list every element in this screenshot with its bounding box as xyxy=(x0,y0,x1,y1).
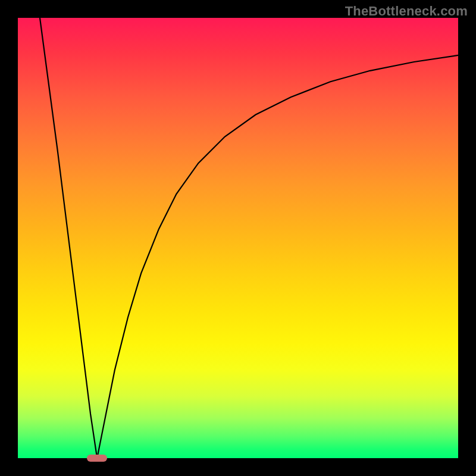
plot-area xyxy=(18,18,458,458)
curve-layer xyxy=(18,18,458,458)
left-branch-curve xyxy=(40,18,97,458)
right-branch-curve xyxy=(97,55,458,458)
watermark-text: TheBottleneck.com xyxy=(345,4,468,19)
chart-frame: TheBottleneck.com xyxy=(0,0,476,476)
optimal-marker xyxy=(87,455,107,462)
